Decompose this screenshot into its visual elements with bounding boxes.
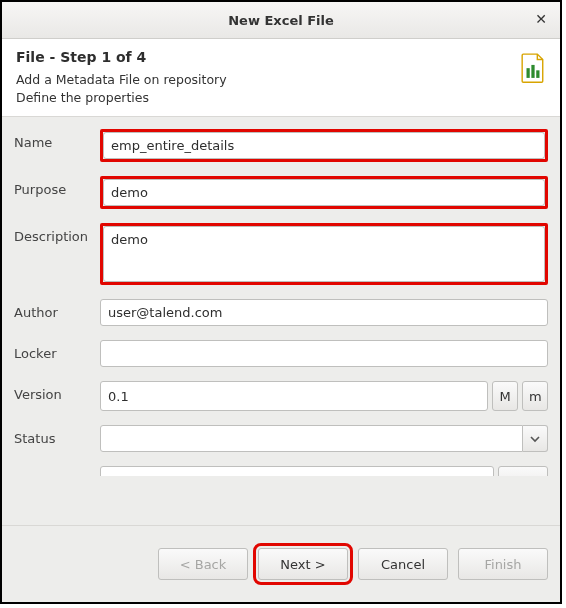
version-label: Version: [14, 381, 92, 402]
spreadsheet-icon: [520, 53, 546, 81]
page-title: File - Step 1 of 4: [16, 49, 546, 65]
next-button[interactable]: Next >: [258, 548, 348, 580]
svg-rect-0: [526, 68, 529, 78]
row-author: Author: [14, 299, 548, 326]
row-locker: Locker: [14, 340, 548, 367]
name-label: Name: [14, 129, 92, 150]
wizard-header: File - Step 1 of 4 Add a Metadata File o…: [2, 39, 560, 117]
purpose-field[interactable]: [103, 179, 545, 206]
author-label: Author: [14, 299, 92, 320]
close-icon[interactable]: ✕: [532, 10, 550, 28]
locker-field: [100, 340, 548, 367]
row-description: Description demo: [14, 223, 548, 285]
row-name: Name: [14, 129, 548, 162]
name-field[interactable]: [103, 132, 545, 159]
cancel-button[interactable]: Cancel: [358, 548, 448, 580]
description-label: Description: [14, 223, 92, 244]
version-minor-button[interactable]: m: [522, 381, 548, 411]
description-field[interactable]: demo: [103, 226, 545, 282]
header-line1: Add a Metadata File on repository: [16, 71, 546, 89]
row-status: Status: [14, 425, 548, 452]
svg-rect-1: [531, 65, 534, 78]
window-title: New Excel File: [228, 13, 334, 28]
chevron-down-icon: [530, 434, 540, 444]
status-dropdown-button[interactable]: [523, 425, 548, 452]
header-line2: Define the properties: [16, 89, 546, 107]
row-purpose: Purpose: [14, 176, 548, 209]
form-area: Name Purpose Description demo Author Loc…: [2, 117, 560, 525]
row-path-cut: ...: [14, 466, 548, 476]
author-field: [100, 299, 548, 326]
dialog-window: New Excel File ✕ File - Step 1 of 4 Add …: [0, 0, 562, 604]
row-version: Version M m: [14, 381, 548, 411]
button-bar: < Back Next > Cancel Finish: [2, 525, 560, 602]
back-button: < Back: [158, 548, 248, 580]
finish-button: Finish: [458, 548, 548, 580]
purpose-label: Purpose: [14, 176, 92, 197]
locker-label: Locker: [14, 340, 92, 361]
status-label: Status: [14, 425, 92, 446]
version-field: [100, 381, 488, 411]
status-field[interactable]: [100, 425, 523, 452]
svg-rect-2: [536, 70, 539, 78]
version-major-button[interactable]: M: [492, 381, 518, 411]
titlebar: New Excel File ✕: [2, 2, 560, 39]
